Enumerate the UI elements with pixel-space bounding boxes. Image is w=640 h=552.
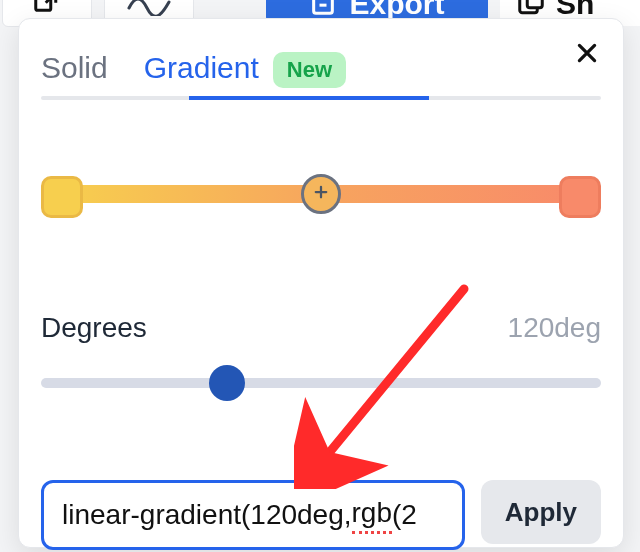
degrees-slider-track	[41, 378, 601, 388]
picker-tabs: Solid Gradient New	[41, 41, 601, 99]
plus-icon	[312, 183, 330, 205]
gradient-stops-bar[interactable]	[41, 176, 601, 212]
apply-button-label: Apply	[505, 497, 577, 528]
svg-rect-3	[527, 0, 542, 8]
degrees-row: Degrees 120deg	[41, 312, 601, 344]
share-icon	[516, 0, 546, 19]
css-input-text-suffix: (2	[392, 499, 417, 531]
tab-gradient-label: Gradient	[144, 51, 259, 84]
tab-gradient[interactable]: Gradient	[144, 53, 259, 99]
new-badge: New	[273, 52, 346, 88]
css-gradient-input[interactable]: linear-gradient(120deg, rgb(2	[41, 480, 465, 550]
degrees-label: Degrees	[41, 312, 147, 344]
css-input-text-spelled: rgb	[352, 497, 392, 534]
export-icon	[309, 0, 337, 18]
apply-button[interactable]: Apply	[481, 480, 601, 544]
css-apply-row: linear-gradient(120deg, rgb(2 Apply	[41, 480, 601, 550]
gradient-picker-panel: Solid Gradient New Degre	[18, 18, 624, 548]
tabs-active-indicator	[189, 96, 429, 100]
tab-solid-label: Solid	[41, 51, 108, 84]
gradient-stop-right[interactable]	[559, 176, 601, 218]
tabs-underline	[41, 96, 601, 100]
close-icon	[574, 40, 600, 70]
add-stop-button[interactable]	[301, 174, 341, 214]
css-input-text-prefix: linear-gradient(120deg,	[62, 499, 352, 531]
degrees-slider-thumb[interactable]	[209, 365, 245, 401]
tab-solid[interactable]: Solid	[41, 53, 108, 99]
degrees-slider[interactable]	[41, 362, 601, 402]
gradient-stop-left[interactable]	[41, 176, 83, 218]
degrees-value: 120deg	[508, 312, 601, 344]
close-button[interactable]	[567, 35, 607, 75]
